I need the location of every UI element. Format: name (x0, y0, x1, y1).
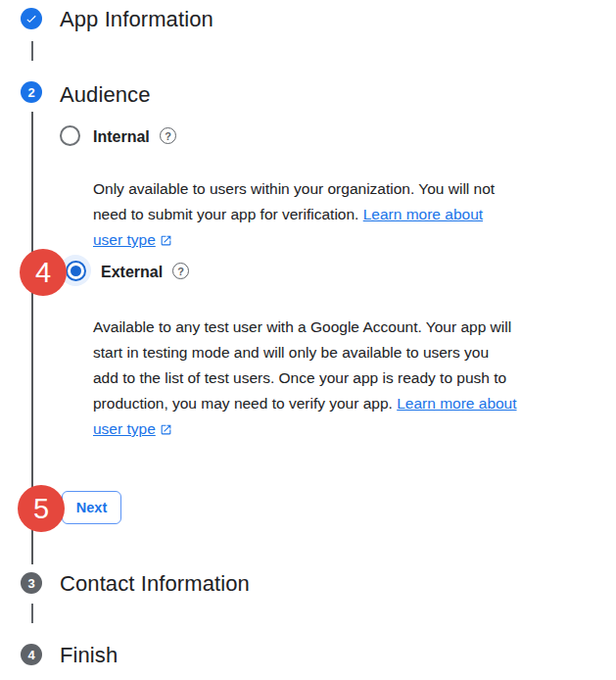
internal-description-line3: user type (93, 227, 495, 253)
external-description-line3: add to the list of test users. Once your… (93, 365, 517, 391)
internal-description: Only available to users within your orga… (93, 176, 495, 253)
oauth-consent-setup-wizard: App Information 2 Audience Internal ? On… (0, 0, 616, 680)
external-description-line4-text: production, you may need to verify your … (93, 395, 393, 412)
external-learn-more-link-part2[interactable]: user type (93, 420, 156, 437)
external-description: Available to any test user with a Google… (93, 315, 517, 442)
internal-description-line2: need to submit your app for verification… (93, 202, 495, 227)
step1-completed-circle (21, 8, 42, 29)
internal-radio-label[interactable]: Internal (93, 126, 150, 147)
step3-number-circle: 3 (21, 572, 42, 594)
external-description-line5: user type (93, 416, 517, 442)
next-button[interactable]: Next (62, 491, 121, 524)
internal-learn-more-link-part2[interactable]: user type (93, 231, 156, 248)
external-description-line1: Available to any test user with a Google… (93, 315, 517, 340)
stepper-connector-3 (31, 604, 33, 623)
step4-number: 4 (27, 649, 34, 661)
internal-help-icon[interactable]: ? (160, 127, 176, 144)
stepper-connector-1 (31, 41, 33, 61)
external-radio-label[interactable]: External (101, 262, 163, 282)
step3-number: 3 (27, 577, 34, 590)
step4-title: Finish (60, 643, 118, 668)
step2-number: 2 (27, 86, 34, 99)
internal-description-line2-text: need to submit your app for verification… (93, 206, 358, 222)
step1-title: App Information (60, 7, 213, 32)
step2-title: Audience (60, 82, 151, 108)
external-description-line2: start in testing mode and will only be a… (93, 340, 517, 365)
annotation-marker-4: 4 (20, 249, 67, 296)
step2-number-circle: 2 (21, 81, 42, 103)
external-help-icon[interactable]: ? (172, 263, 189, 279)
internal-description-line1: Only available to users within your orga… (93, 176, 495, 202)
internal-learn-more-link-part1[interactable]: Learn more about (363, 206, 483, 222)
internal-radio[interactable] (60, 125, 80, 146)
external-link-icon (160, 233, 172, 250)
external-description-line4: production, you may need to verify your … (93, 391, 517, 416)
external-radio-dot (71, 266, 81, 276)
external-learn-more-link-part1[interactable]: Learn more about (397, 395, 516, 412)
external-link-icon (160, 422, 172, 439)
step3-title: Contact Information (60, 571, 250, 597)
annotation-marker-5: 5 (18, 485, 65, 532)
external-radio[interactable] (66, 261, 86, 281)
check-icon (24, 12, 38, 25)
step4-number-circle: 4 (21, 644, 42, 665)
